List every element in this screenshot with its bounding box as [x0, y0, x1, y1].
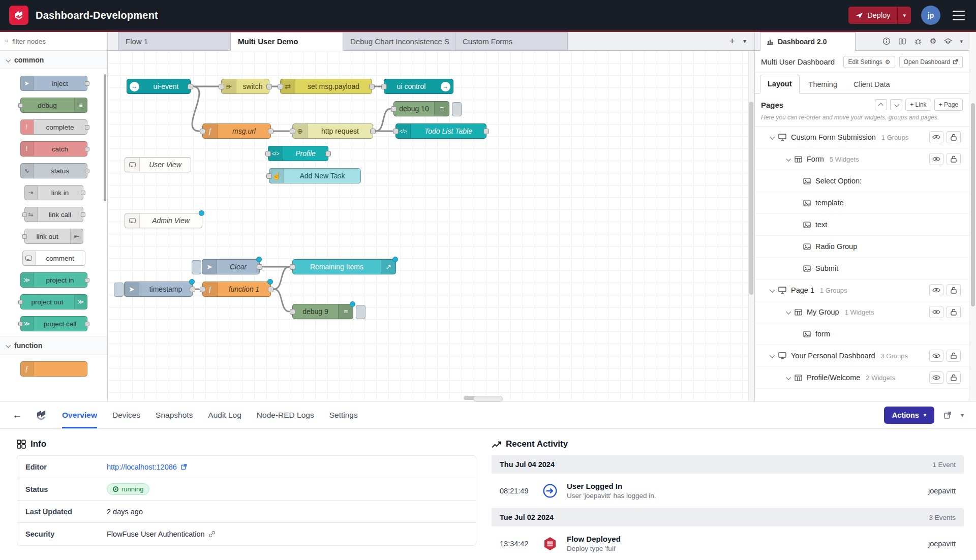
- tab-settings[interactable]: Settings: [329, 401, 358, 428]
- node-function-1[interactable]: ƒfunction 1: [202, 282, 271, 297]
- palette-node-function-partial[interactable]: ƒ: [20, 361, 87, 377]
- deploy-options-button[interactable]: ▾: [897, 7, 911, 24]
- node-remaining-items[interactable]: ↗Remaining Items: [292, 259, 396, 274]
- tab-audit-log[interactable]: Audit Log: [208, 401, 241, 428]
- debug-toggle-button[interactable]: [452, 102, 462, 116]
- port-out[interactable]: [370, 129, 376, 134]
- tree-row-my-group[interactable]: My Group1 Widgets: [755, 301, 969, 323]
- node-set-msg-payload[interactable]: ⇄set msg.payload: [280, 79, 372, 94]
- flowfuse-logo-icon[interactable]: [9, 6, 28, 25]
- port-in[interactable]: [219, 84, 224, 89]
- port-in[interactable]: [393, 129, 399, 134]
- panel-resize-handle[interactable]: [473, 396, 503, 402]
- port-in[interactable]: [290, 309, 295, 315]
- tab-theming[interactable]: Theming: [802, 76, 844, 93]
- node-msg-url[interactable]: ƒmsg.url: [202, 123, 271, 139]
- node-comment-admin-view[interactable]: Admin View: [125, 213, 202, 228]
- add-link-button[interactable]: + Link: [905, 99, 931, 111]
- open-dashboard-button[interactable]: Open Dashboard: [899, 56, 963, 68]
- tree-row-profile-welcome[interactable]: Profile/Welcome2 Widgets: [755, 367, 969, 389]
- port-out[interactable]: [369, 84, 375, 89]
- window-scrollbar[interactable]: [969, 32, 976, 401]
- add-page-button[interactable]: + Page: [934, 99, 963, 111]
- lock-toggle[interactable]: [947, 350, 961, 362]
- palette-node-status[interactable]: ∿status: [20, 163, 87, 178]
- collapse-chevron[interactable]: [770, 287, 775, 292]
- collapse-chevron[interactable]: [770, 353, 775, 358]
- node-clear[interactable]: ➤Clear: [202, 259, 260, 274]
- visibility-toggle[interactable]: [929, 350, 943, 362]
- deploy-button[interactable]: Deploy ▾: [848, 7, 911, 24]
- port-in[interactable]: [200, 129, 205, 134]
- palette-filter-input[interactable]: [12, 38, 102, 45]
- palette-node-comment[interactable]: comment: [22, 251, 85, 266]
- port-out[interactable]: [268, 129, 273, 134]
- visibility-toggle[interactable]: [929, 284, 943, 296]
- edit-settings-button[interactable]: Edit Settings⚙: [843, 56, 895, 68]
- palette-node-complete[interactable]: !complete: [20, 119, 87, 135]
- tab-devices[interactable]: Devices: [112, 401, 140, 428]
- port-out[interactable]: [483, 129, 489, 134]
- tree-row-radio-group[interactable]: Radio Group: [755, 236, 969, 258]
- node-comment-user-view[interactable]: User View: [125, 157, 191, 172]
- port-out[interactable]: [325, 151, 331, 157]
- tree-row-page-1[interactable]: Page 11 Groups: [755, 279, 969, 301]
- bug-icon[interactable]: [914, 37, 922, 45]
- port-out[interactable]: [268, 287, 273, 292]
- node-add-new-task[interactable]: ☝Add New Task: [269, 168, 361, 183]
- tree-row-your-personal-dashboard[interactable]: Your Personal Dashboard3 Groups: [755, 345, 969, 367]
- add-flow-button[interactable]: +: [729, 36, 735, 47]
- collapse-chevron[interactable]: [770, 134, 775, 139]
- gear-icon[interactable]: ⚙: [930, 37, 936, 46]
- collapse-chevron[interactable]: [786, 375, 791, 380]
- sidebar-tab-dashboard[interactable]: Dashboard 2.0: [760, 32, 856, 51]
- activity-event-login[interactable]: 08:21:49 User Logged In User 'joepavitt'…: [492, 474, 964, 508]
- palette-node-inject[interactable]: ➤inject: [20, 76, 87, 91]
- collapse-panel-icon[interactable]: ▾: [961, 412, 964, 419]
- tab-snapshots[interactable]: Snapshots: [156, 401, 193, 428]
- node-switch[interactable]: ⋔switch: [221, 79, 269, 94]
- tab-client-data[interactable]: Client Data: [846, 76, 897, 93]
- lock-toggle[interactable]: [947, 306, 961, 318]
- palette-scrollbar[interactable]: [104, 74, 106, 201]
- tab-layout[interactable]: Layout: [760, 75, 800, 94]
- debug-toggle-button[interactable]: [356, 305, 365, 319]
- lock-toggle[interactable]: [947, 131, 961, 143]
- palette-node-project-call[interactable]: ≫project call: [20, 316, 87, 331]
- layers-icon[interactable]: [944, 38, 952, 45]
- port-in[interactable]: [278, 84, 283, 89]
- tree-row-select-option[interactable]: Select Option:: [755, 170, 969, 192]
- flow-tab-multi-user-demo[interactable]: Multi User Demo: [230, 32, 343, 51]
- palette-category-function[interactable]: function: [0, 336, 107, 355]
- visibility-toggle[interactable]: [929, 131, 943, 143]
- port-out[interactable]: [257, 264, 262, 270]
- flow-canvas[interactable]: →ui-event ⋔switch ⇄set msg.payload ui co…: [108, 51, 754, 401]
- node-ui-event[interactable]: →ui-event: [127, 79, 191, 94]
- node-todo-list-table[interactable]: </>Todo List Table: [395, 123, 486, 139]
- flow-tab-debug-chart[interactable]: Debug Chart Inconsistence S: [343, 32, 455, 51]
- move-down-button[interactable]: [890, 99, 902, 110]
- palette-node-project-in[interactable]: ≫project in: [20, 272, 87, 288]
- palette-node-link-call[interactable]: ⇋link call: [24, 207, 83, 222]
- tree-row-text[interactable]: text: [755, 214, 969, 236]
- tab-node-red-logs[interactable]: Node-RED Logs: [257, 401, 314, 428]
- canvas-vertical-scrollbar[interactable]: [748, 51, 754, 401]
- actions-button[interactable]: Actions▾: [884, 407, 934, 424]
- tree-row-template[interactable]: template: [755, 192, 969, 214]
- flow-list-button[interactable]: ▾: [743, 38, 746, 45]
- tab-overview[interactable]: Overview: [62, 401, 97, 428]
- palette-category-common[interactable]: common: [0, 51, 107, 69]
- port-out[interactable]: [188, 84, 193, 89]
- back-button[interactable]: ←: [12, 409, 22, 421]
- editor-link[interactable]: http://localhost:12086: [107, 463, 177, 471]
- port-in[interactable]: [290, 129, 295, 134]
- inject-button[interactable]: [192, 260, 201, 274]
- menu-icon[interactable]: [951, 9, 967, 22]
- visibility-toggle[interactable]: [929, 306, 943, 318]
- port-in[interactable]: [290, 264, 295, 270]
- info-icon[interactable]: [882, 37, 891, 45]
- tree-row-form[interactable]: Form5 Widgets: [755, 148, 969, 170]
- port-in[interactable]: [200, 287, 205, 292]
- flow-tab-custom-forms[interactable]: Custom Forms: [455, 32, 568, 51]
- node-debug-9[interactable]: ≡debug 9: [292, 304, 353, 319]
